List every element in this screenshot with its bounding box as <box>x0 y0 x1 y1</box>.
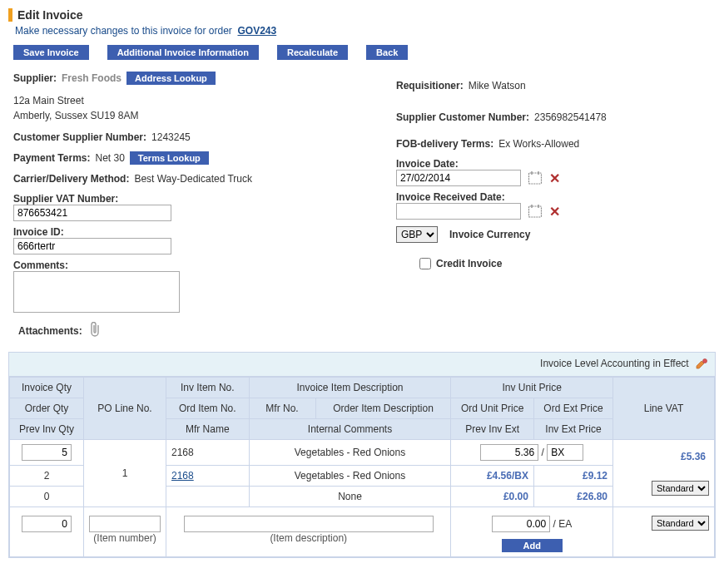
fob-label: FOB-delivery Terms: <box>396 138 493 150</box>
cust-supp-no-label: Customer Supplier Number: <box>13 131 146 143</box>
accounting-level-text: Invoice Level Accounting in Effect <box>540 358 689 369</box>
inv-desc-cell: Vegetables - Red Onions <box>249 440 451 466</box>
th-ord-desc: Order Item Description <box>315 398 451 419</box>
new-price-input[interactable] <box>492 516 550 532</box>
invoice-id-input[interactable] <box>13 238 171 254</box>
fob-value: Ex Works-Allowed <box>498 138 579 150</box>
carrier-label: Carrier/Delivery Method: <box>13 173 129 185</box>
new-desc-hint: (Item description) <box>270 532 347 544</box>
th-line-vat: Line VAT <box>613 378 715 440</box>
th-order-qty: Order Qty <box>10 398 84 419</box>
clear-date-icon[interactable]: ✕ <box>549 170 560 186</box>
currency-label: Invoice Currency <box>449 229 530 240</box>
th-mfr-no: Mfr No. <box>249 398 315 419</box>
add-line-button[interactable]: Add <box>502 539 563 552</box>
new-qty-input[interactable] <box>22 516 72 532</box>
new-item-no-input[interactable] <box>89 516 161 532</box>
line-vat-total: £5.36 <box>681 451 706 462</box>
supplier-label: Supplier: <box>13 72 57 84</box>
supplier-addr-line2: Amberly, Sussex SU19 8AM <box>13 108 371 123</box>
new-desc-input[interactable] <box>184 516 434 532</box>
attachments-label: Attachments: <box>18 325 82 337</box>
po-line-cell: 1 <box>84 440 166 507</box>
th-po-line: PO Line No. <box>84 378 166 440</box>
additional-info-button[interactable]: Additional Invoice Information <box>107 45 259 60</box>
back-button[interactable]: Back <box>366 45 408 60</box>
cust-supp-no-value: 1243245 <box>151 131 191 143</box>
currency-select[interactable]: GBP <box>396 226 438 243</box>
ord-desc-cell: Vegetables - Red Onions <box>249 466 451 487</box>
prev-inv-ext-cell: £0.00 <box>503 491 528 502</box>
invoice-date-input[interactable] <box>396 170 521 186</box>
inv-ext-price-cell: £26.80 <box>577 491 607 502</box>
svg-point-6 <box>703 359 707 363</box>
address-lookup-button[interactable]: Address Lookup <box>126 72 216 85</box>
order-link[interactable]: GOV243 <box>237 25 276 37</box>
comments-textarea[interactable] <box>13 271 180 313</box>
th-mfr-name: Mfr Name <box>166 419 250 440</box>
table-row: 1 2168 Vegetables - Red Onions / £5.36 S… <box>10 440 715 466</box>
svg-rect-3 <box>529 206 542 217</box>
inv-qty-input[interactable] <box>22 444 72 461</box>
supp-cust-no-label: Supplier Customer Number: <box>396 111 529 123</box>
th-int-comments: Internal Comments <box>249 419 451 440</box>
invoice-items-table: Invoice Qty PO Line No. Inv Item No. Inv… <box>9 377 715 557</box>
th-inv-qty: Invoice Qty <box>10 378 84 398</box>
new-item-no-hint: (Item number) <box>93 532 156 544</box>
th-ord-item-no: Ord Item No. <box>166 398 250 419</box>
th-ord-unit-price: Ord Unit Price <box>451 398 534 419</box>
order-qty-cell: 2 <box>10 466 84 487</box>
th-prev-inv-qty: Prev Inv Qty <box>10 419 84 440</box>
table-row-new: (Item number) (Item description) / EA Ad… <box>10 507 715 557</box>
inv-item-no-cell: 2168 <box>166 440 250 466</box>
comments-label: Comments: <box>13 259 371 271</box>
inv-unit-price-input[interactable] <box>480 444 538 461</box>
calendar-icon[interactable] <box>528 170 543 185</box>
page-title: Edit Invoice <box>17 8 83 22</box>
th-inv-ext-price: Inv Ext Price <box>533 419 612 440</box>
new-vat-select[interactable]: Standard <box>652 516 709 531</box>
clear-date-icon[interactable]: ✕ <box>549 204 560 220</box>
page-subtitle: Make necessary changes to this invoice f… <box>15 25 716 37</box>
new-uom-text: EA <box>558 518 572 530</box>
invoice-id-label: Invoice ID: <box>13 226 371 238</box>
attachment-icon[interactable] <box>89 322 101 340</box>
credit-invoice-checkbox[interactable] <box>419 258 431 269</box>
prev-inv-qty-cell: 0 <box>10 487 84 507</box>
supplier-name: Fresh Foods <box>62 72 121 84</box>
supplier-addr-line1: 12a Main Street <box>13 93 371 108</box>
inv-uom-input[interactable] <box>547 444 583 461</box>
svg-rect-0 <box>529 173 542 184</box>
int-comments-cell: None <box>249 487 451 507</box>
th-prev-inv-ext: Prev Inv Ext <box>451 419 534 440</box>
payment-terms-label: Payment Terms: <box>13 152 90 164</box>
th-inv-desc: Invoice Item Description <box>249 378 451 398</box>
supp-cust-no-value: 2356982541478 <box>534 111 607 123</box>
terms-lookup-button[interactable]: Terms Lookup <box>130 151 209 165</box>
ord-ext-price-cell: £9.12 <box>583 470 607 482</box>
recalculate-button[interactable]: Recalculate <box>277 45 348 60</box>
calendar-icon[interactable] <box>528 204 543 219</box>
th-inv-unit-price: Inv Unit Price <box>451 378 613 398</box>
line-vat-select[interactable]: Standard <box>652 481 709 496</box>
mfr-name-cell <box>166 487 250 507</box>
credit-invoice-label: Credit Invoice <box>436 258 502 269</box>
requisitioner-label: Requisitioner: <box>396 80 464 91</box>
th-inv-item-no: Inv Item No. <box>166 378 250 398</box>
invoice-recv-input[interactable] <box>396 203 521 220</box>
carrier-value: Best Way-Dedicated Truck <box>134 173 252 185</box>
invoice-recv-label: Invoice Received Date: <box>396 191 716 203</box>
th-ord-ext-price: Ord Ext Price <box>533 398 612 419</box>
accent-bar <box>8 8 12 22</box>
ord-item-no-link[interactable]: 2168 <box>171 470 194 482</box>
supp-vat-input[interactable] <box>13 205 171 221</box>
ord-unit-price-cell: £4.56/BX <box>487 470 528 482</box>
payment-terms-value: Net 30 <box>95 152 124 164</box>
supp-vat-label: Supplier VAT Number: <box>13 193 371 205</box>
save-invoice-button[interactable]: Save Invoice <box>13 45 89 60</box>
accounting-tool-icon[interactable] <box>695 358 708 371</box>
invoice-date-label: Invoice Date: <box>396 158 716 170</box>
requisitioner-value: Mike Watson <box>469 80 526 91</box>
